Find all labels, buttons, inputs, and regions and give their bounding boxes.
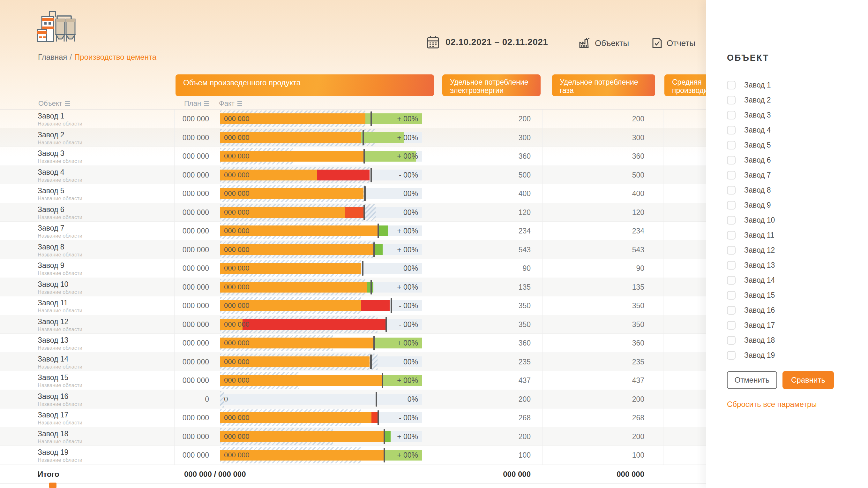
checkbox[interactable] xyxy=(727,126,736,135)
checkbox[interactable] xyxy=(727,186,736,195)
table-row[interactable]: Завод 7Название области000 000000 000+ 0… xyxy=(0,222,706,240)
checkbox[interactable] xyxy=(727,201,736,209)
fact-value: 000 000 xyxy=(224,166,250,184)
gauge-deficit-bar xyxy=(361,300,389,311)
compare-button[interactable]: Сравнить xyxy=(782,371,834,389)
factory-checkbox-item[interactable]: Завод 18 xyxy=(727,333,775,348)
factory-checkbox-item[interactable]: Завод 4 xyxy=(727,123,775,138)
factory-checkbox-item[interactable]: Завод 8 xyxy=(727,183,775,198)
factory-checkbox-item[interactable]: Завод 19 xyxy=(727,348,775,363)
plan-fact-gauge: 000 000+ 00% xyxy=(220,110,422,128)
checkbox[interactable] xyxy=(727,306,736,315)
factory-checkbox-item[interactable]: Завод 16 xyxy=(727,303,775,318)
table-row[interactable]: Завод 14Название области000 000000 00000… xyxy=(0,352,706,371)
table-row[interactable]: Завод 3Название области000 000000 000+ 0… xyxy=(0,147,706,166)
checkbox[interactable] xyxy=(727,81,736,89)
gas-value: 350 xyxy=(570,315,644,334)
object-name: Завод 10 xyxy=(38,280,133,289)
delta-percent: + 00% xyxy=(397,110,418,128)
factory-checkbox-item[interactable]: Завод 11 xyxy=(727,228,775,243)
sort-icon[interactable] xyxy=(65,101,70,106)
checkbox[interactable] xyxy=(727,276,736,285)
factory-checkbox-item[interactable]: Завод 3 xyxy=(727,108,775,123)
checkbox[interactable] xyxy=(727,141,736,149)
date-range-picker[interactable]: 02.10.2021 – 02.11.2021 xyxy=(427,33,548,51)
checkbox[interactable] xyxy=(727,291,736,299)
table-row[interactable]: Завод 17Название области000 000000 000- … xyxy=(0,408,706,427)
table-row[interactable]: Завод 8Название области000 000000 000+ 0… xyxy=(0,240,706,259)
factory-checkbox-item[interactable]: Завод 10 xyxy=(727,213,775,228)
plan-tick-marker xyxy=(364,186,366,201)
checkbox-label: Завод 6 xyxy=(744,156,771,165)
factory-checkbox-item[interactable]: Завод 1 xyxy=(727,78,775,93)
object-region: Название области xyxy=(38,140,133,146)
checkbox[interactable] xyxy=(727,156,736,165)
checkbox-label: Завод 11 xyxy=(744,231,775,239)
totals-electricity: 000 000 xyxy=(456,465,531,483)
factory-checkbox-item[interactable]: Завод 15 xyxy=(727,288,775,303)
factory-checkbox-item[interactable]: Завод 2 xyxy=(727,93,775,108)
table-row[interactable]: Завод 9Название области000 000000 00000%… xyxy=(0,259,706,278)
column-header-fact[interactable]: Факт xyxy=(219,99,242,108)
checkbox[interactable] xyxy=(727,321,736,329)
gauge-deficit-bar xyxy=(345,207,364,218)
table-row[interactable]: Завод 18Название области000 000000 000+ … xyxy=(0,427,706,446)
table-row[interactable]: Завод 11Название области000 000000 000- … xyxy=(0,296,706,315)
sort-icon[interactable] xyxy=(238,101,242,106)
checkbox[interactable] xyxy=(727,261,736,269)
sort-icon[interactable] xyxy=(204,101,209,106)
table-row[interactable]: Завод 13Название области000 000000 000+ … xyxy=(0,334,706,352)
breadcrumb-home[interactable]: Главная xyxy=(38,53,67,61)
factory-checkbox-item[interactable]: Завод 7 xyxy=(727,168,775,183)
factory-checkbox-item[interactable]: Завод 9 xyxy=(727,198,775,213)
factory-checkbox-item[interactable]: Завод 17 xyxy=(727,318,775,333)
gas-value: 437 xyxy=(570,371,644,390)
nav-reports[interactable]: Отчеты xyxy=(652,36,695,50)
table-row[interactable]: Завод 19Название области000 000000 000+ … xyxy=(0,446,706,465)
factory-checkbox-item[interactable]: Завод 14 xyxy=(727,273,775,288)
gas-value: 350 xyxy=(570,296,644,315)
object-name: Завод 19 xyxy=(38,448,133,457)
table-row[interactable]: Завод 2Название области000 000000 000+ 0… xyxy=(0,128,706,147)
plan-value: 000 000 xyxy=(134,315,209,334)
cancel-button[interactable]: Отменить xyxy=(727,371,777,389)
gas-value: 100 xyxy=(570,446,644,464)
reset-all-link[interactable]: Сбросить все параметры xyxy=(727,400,817,409)
plan-value: 000 000 xyxy=(134,184,209,203)
table-row[interactable]: Завод 1Название области000 000000 000+ 0… xyxy=(0,110,706,128)
nav-objects[interactable]: Объекты xyxy=(579,36,629,50)
table-row[interactable]: Завод 4Название области000 000000 000- 0… xyxy=(0,166,706,184)
checkbox[interactable] xyxy=(727,231,736,239)
plan-tick-marker xyxy=(371,168,372,182)
checkbox[interactable] xyxy=(727,351,736,360)
table-row[interactable]: Завод 15Название области000 000000 000+ … xyxy=(0,371,706,390)
factory-checkbox-item[interactable]: Завод 5 xyxy=(727,138,775,153)
column-header-object[interactable]: Объект xyxy=(38,99,70,108)
checkbox[interactable] xyxy=(727,216,736,225)
checkbox[interactable] xyxy=(727,111,736,119)
gas-value: 360 xyxy=(570,147,644,166)
fact-value: 000 000 xyxy=(224,427,250,446)
object-region: Название области xyxy=(38,196,133,202)
plan-value: 000 000 xyxy=(134,128,209,147)
table-row[interactable]: Завод 12Название области000 000000 000- … xyxy=(0,315,706,334)
table-row[interactable]: Завод 16Название области000%200200 xyxy=(0,390,706,409)
table-row[interactable]: Завод 5Название области000 000000 00000%… xyxy=(0,184,706,203)
gas-value: 200 xyxy=(570,427,644,446)
column-header-plan[interactable]: План xyxy=(184,99,209,108)
electricity-value: 90 xyxy=(456,259,531,278)
checkbox[interactable] xyxy=(727,336,736,345)
checkbox[interactable] xyxy=(727,96,736,105)
gas-value: 268 xyxy=(570,408,644,427)
plan-tick-marker xyxy=(385,317,387,332)
factory-checkbox-item[interactable]: Завод 6 xyxy=(727,153,775,168)
checkbox-label: Завод 9 xyxy=(744,201,771,209)
checkbox[interactable] xyxy=(727,246,736,255)
table-row[interactable]: Завод 6Название области000 000000 000- 0… xyxy=(0,203,706,222)
factory-checkbox-item[interactable]: Завод 13 xyxy=(727,258,775,273)
electricity-value: 360 xyxy=(456,147,531,166)
checkbox[interactable] xyxy=(727,171,736,179)
factory-checkbox-item[interactable]: Завод 12 xyxy=(727,243,775,258)
plan-value: 000 000 xyxy=(134,446,209,464)
table-row[interactable]: Завод 10Название области000 000000 000+ … xyxy=(0,278,706,297)
